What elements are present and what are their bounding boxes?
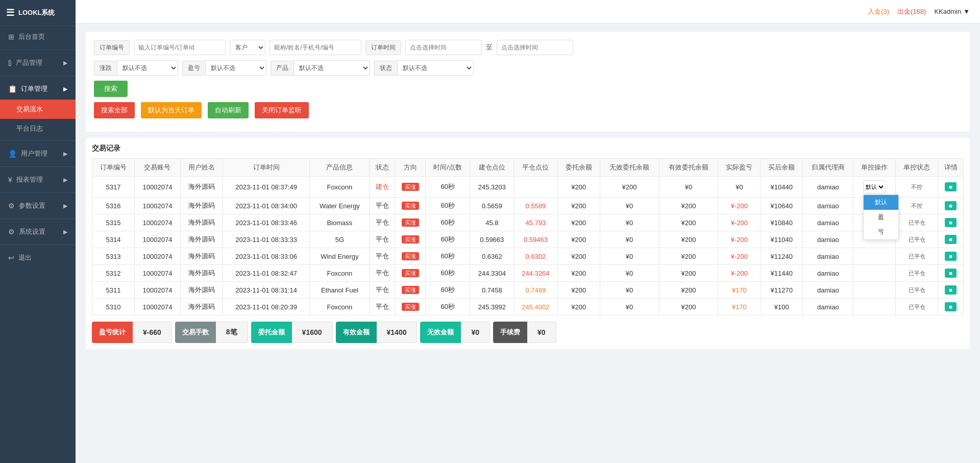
detail-button[interactable]: ■ — [945, 285, 957, 295]
sidebar-item-dashboard[interactable]: ⊞ 后台首页 — [0, 26, 76, 47]
detail-button[interactable]: ■ — [945, 201, 957, 210]
cell-entrust: ¥200 — [557, 282, 600, 299]
cell-control[interactable] — [853, 248, 896, 265]
cell-detail[interactable]: ■ — [938, 198, 964, 214]
search-button[interactable]: 搜索 — [94, 81, 128, 97]
cell-entrust: ¥200 — [557, 265, 600, 282]
table-row: 5313 10002074 海外源码 2023-11-01 08:33:06 W… — [92, 248, 964, 265]
order-time-end-input[interactable] — [497, 40, 573, 55]
divider — [0, 245, 76, 245]
cell-agent: damiao — [803, 231, 853, 248]
sidebar-item-label: 用户管理 — [21, 149, 47, 158]
cell-invalid-entrust: ¥0 — [600, 198, 659, 214]
table-title: 交易记录 — [92, 144, 964, 153]
stat-profit-loss: 盈亏统计 ¥-660 — [92, 322, 172, 343]
dropdown-option-profit[interactable]: 盈 — [864, 210, 898, 225]
sidebar-item-params[interactable]: ⚙ 参数设置 ▶ — [0, 195, 76, 216]
cell-control-status: 已平仓 — [896, 214, 938, 231]
sidebar-item-order[interactable]: 📋 订单管理 ▶ — [0, 78, 76, 100]
cell-direction: 买涨 — [395, 231, 426, 248]
divider — [0, 140, 76, 141]
report-icon: ¥ — [8, 176, 12, 184]
sidebar-item-system[interactable]: ⚙ 系统设置 ▶ — [0, 221, 76, 242]
cell-close-price: 45.793 — [514, 214, 558, 231]
detail-button[interactable]: ■ — [945, 302, 957, 311]
cell-timepoints: 60秒 — [426, 248, 470, 265]
customer-input[interactable] — [270, 40, 361, 55]
cell-order-no: 5316 — [92, 198, 135, 214]
cell-order-no: 5317 — [92, 177, 135, 198]
control-dropdown[interactable]: 默认 盈 亏 默认 盈 亏 — [863, 180, 886, 193]
sidebar-item-product[interactable]: ₿ 产品管理 ▶ — [0, 52, 76, 74]
cell-detail[interactable]: ■ — [938, 265, 964, 282]
detail-button[interactable]: ■ — [945, 218, 957, 227]
status-select[interactable]: 默认不选 — [397, 60, 474, 76]
filter-row-2: 涨跌 默认不选 盈亏 默认不选 产品 默认不选 — [94, 60, 962, 76]
product-select[interactable]: 默认不选 — [293, 60, 370, 76]
sidebar-subitem-platform-log[interactable]: 平台日志 — [0, 119, 76, 138]
stats-bar: 盈亏统计 ¥-660 交易手数 8笔 委托金额 ¥1600 有效金额 ¥1400… — [92, 322, 964, 343]
cell-control[interactable] — [853, 282, 896, 299]
cell-actual-profit: ¥-200 — [718, 214, 761, 231]
detail-button[interactable]: ■ — [945, 252, 957, 261]
col-agent: 归属代理商 — [803, 159, 853, 177]
user-menu[interactable]: KKadmin ▼ — [934, 8, 970, 15]
col-invalid-entrust: 无效委托余额 — [600, 159, 659, 177]
search-all-button[interactable]: 搜索全部 — [94, 102, 135, 118]
sidebar-subitem-trade-flow[interactable]: 交易流水 — [0, 100, 76, 119]
cell-control[interactable] — [853, 265, 896, 282]
divider — [0, 166, 76, 167]
rise-fall-select[interactable]: 默认不选 — [117, 60, 178, 76]
cell-control[interactable] — [853, 299, 896, 315]
cell-timepoints: 60秒 — [426, 198, 470, 214]
cell-open-price: 0.59663 — [470, 231, 514, 248]
cell-open-price: 245.3992 — [470, 299, 514, 315]
sidebar-item-user[interactable]: 👤 用户管理 ▶ — [0, 143, 76, 164]
col-valid-entrust: 有效委托余额 — [659, 159, 718, 177]
auto-refresh-button[interactable]: 自动刷新 — [208, 102, 249, 118]
outcome-badge[interactable]: 出金(168) — [897, 7, 926, 16]
cell-control-status: 已平仓 — [896, 231, 938, 248]
cell-open-price: 0.7458 — [470, 282, 514, 299]
cell-username: 海外源码 — [181, 198, 223, 214]
customer-type-select[interactable]: 客户 — [230, 40, 265, 55]
cell-direction: 买涨 — [395, 198, 426, 214]
order-time-start-input[interactable] — [405, 40, 482, 55]
cell-entrust: ¥200 — [557, 248, 600, 265]
order-no-label: 订单编号 — [94, 40, 130, 55]
cell-agent: damiao — [803, 265, 853, 282]
table-row: 5312 10002074 海外源码 2023-11-01 08:32:47 F… — [92, 265, 964, 282]
cell-product: Foxconn — [310, 299, 370, 315]
detail-button[interactable]: ■ — [945, 235, 957, 244]
cell-detail[interactable]: ■ — [938, 299, 964, 315]
dropdown-option-loss[interactable]: 亏 — [864, 225, 898, 239]
control-select[interactable]: 默认 盈 亏 — [863, 180, 886, 193]
detail-button[interactable]: ■ — [945, 269, 957, 278]
menu-icon[interactable]: ☰ — [6, 7, 14, 18]
default-today-button[interactable]: 默认为当天订单 — [141, 102, 202, 118]
cell-detail[interactable]: ■ — [938, 214, 964, 231]
cell-time: 2023-11-01 08:32:47 — [223, 265, 309, 282]
sidebar-item-logout[interactable]: ↩ 退出 — [0, 247, 76, 269]
col-detail: 详情 — [938, 159, 964, 177]
income-badge[interactable]: 入金(3) — [868, 7, 889, 16]
cell-detail[interactable]: ■ — [938, 177, 964, 198]
cell-status: 平仓 — [370, 214, 395, 231]
cell-detail[interactable]: ■ — [938, 248, 964, 265]
order-no-input[interactable] — [134, 40, 226, 55]
stat-profit-loss-value: ¥-660 — [133, 322, 172, 343]
stat-valid-amount-value: ¥1400 — [377, 322, 418, 343]
sidebar-item-report[interactable]: ¥ 报表管理 ▶ — [0, 169, 76, 190]
cell-direction: 买涨 — [395, 299, 426, 315]
close-monitor-button[interactable]: 关闭订单监听 — [255, 102, 309, 118]
cell-after-balance: ¥11440 — [761, 265, 803, 282]
cell-product: Foxconn — [310, 177, 370, 198]
cell-invalid-entrust: ¥0 — [600, 214, 659, 231]
cell-username: 海外源码 — [181, 177, 223, 198]
cell-detail[interactable]: ■ — [938, 231, 964, 248]
cell-detail[interactable]: ■ — [938, 282, 964, 299]
dropdown-option-default[interactable]: 默认 — [864, 195, 898, 210]
cell-control[interactable]: 默认 盈 亏 默认 盈 亏 — [853, 177, 896, 198]
detail-button[interactable]: ■ — [945, 182, 957, 191]
profit-loss-select[interactable]: 默认不选 — [205, 60, 266, 76]
